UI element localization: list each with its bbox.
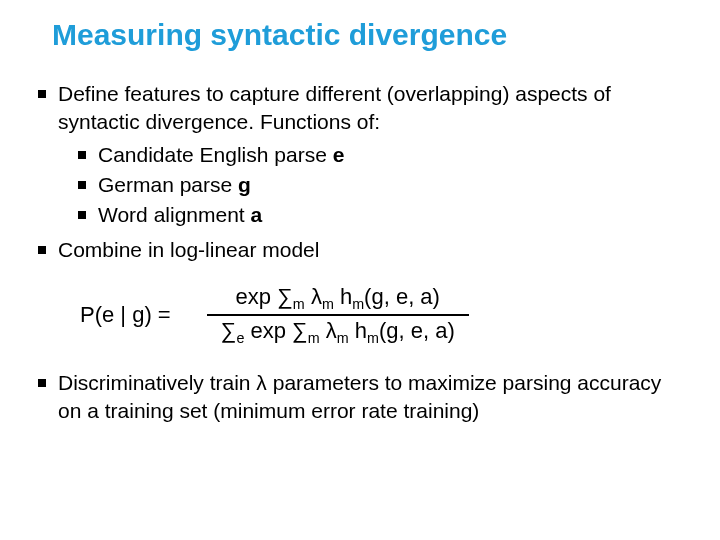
bullet-text: Combine in log-linear model [58,238,319,261]
formula-denominator: ∑e exp ∑m λm hm(g, e, a) [207,316,469,348]
sub-item: Word alignment a [58,201,690,229]
sub-var: a [251,203,263,226]
sub-text: Candidate English parse [98,143,333,166]
formula-fraction: exp ∑m λm hm(g, e, a) ∑e exp ∑m λm hm(g,… [207,282,469,349]
bullet-item: Define features to capture different (ov… [30,80,690,230]
sub-var: e [333,143,345,166]
bullet-item: Discriminatively train λ parameters to m… [30,369,690,426]
formula: P(e | g) = exp ∑m λm hm(g, e, a) ∑e exp … [80,282,690,349]
bullet-item: Combine in log-linear model [30,236,690,264]
bullet-list: Define features to capture different (ov… [30,80,690,264]
sub-list: Candidate English parse e German parse g… [58,141,690,230]
formula-lhs: P(e | g) = [80,302,171,328]
slide-title: Measuring syntactic divergence [52,18,690,52]
bullet-list-2: Discriminatively train λ parameters to m… [30,369,690,426]
sub-item: Candidate English parse e [58,141,690,169]
sub-var: g [238,173,251,196]
bullet-text: Discriminatively train λ parameters to m… [58,371,661,422]
bullet-text: Define features to capture different (ov… [58,82,611,133]
sub-text: German parse [98,173,238,196]
sub-text: Word alignment [98,203,251,226]
sub-item: German parse g [58,171,690,199]
formula-numerator: exp ∑m λm hm(g, e, a) [222,282,454,314]
